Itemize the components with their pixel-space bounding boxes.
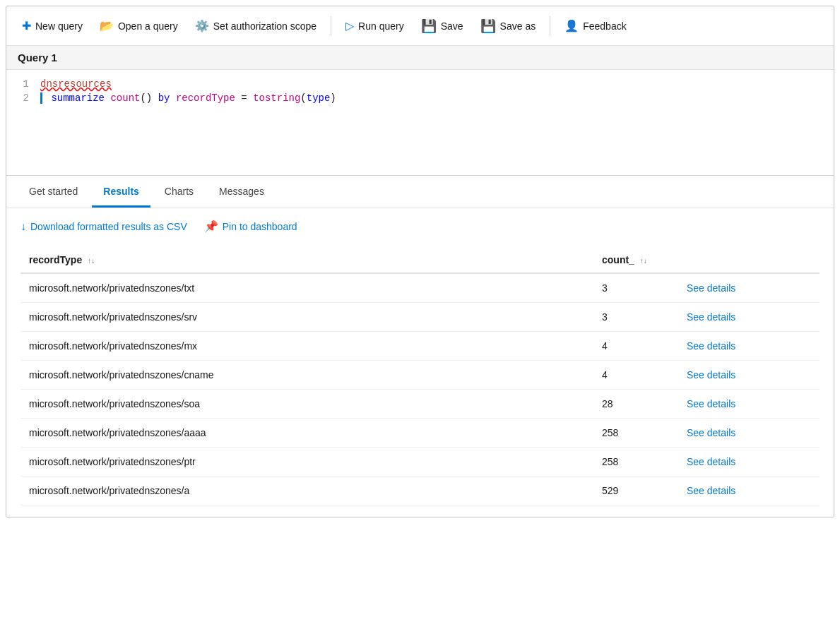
eq: = <box>241 92 253 104</box>
pin-dashboard-link[interactable]: 📌 Pin to dashboard <box>204 220 297 233</box>
table-row: microsoft.network/privatednszones/txt3Se… <box>20 273 820 303</box>
sort-arrows-recordtype: ↑↓ <box>88 257 95 265</box>
save-button[interactable]: 💾 Save <box>414 14 471 38</box>
cell-count: 4 <box>593 332 678 361</box>
results-area: ↓ Download formatted results as CSV 📌 Pi… <box>6 208 834 517</box>
action-bar: ↓ Download formatted results as CSV 📌 Pi… <box>20 220 820 233</box>
feedback-button[interactable]: 👤 Feedback <box>557 15 633 37</box>
query-title: Query 1 <box>18 52 57 64</box>
save-as-icon: 💾 <box>480 18 496 34</box>
run-query-label: Run query <box>358 20 404 32</box>
save-label: Save <box>441 20 463 32</box>
see-details-link[interactable]: See details <box>687 369 735 381</box>
kw-by: by <box>158 92 170 104</box>
see-details-link[interactable]: See details <box>687 456 735 467</box>
save-as-button[interactable]: 💾 Save as <box>473 14 543 38</box>
download-csv-link[interactable]: ↓ Download formatted results as CSV <box>20 220 187 233</box>
kw-summarize: summarize <box>51 92 105 104</box>
col-header-count[interactable]: count_ ↑↓ <box>593 247 678 273</box>
tab-charts[interactable]: Charts <box>153 176 205 208</box>
cell-recordtype: microsoft.network/privatednszones/a <box>20 477 593 505</box>
see-details-link[interactable]: See details <box>687 282 735 294</box>
folder-icon: 📂 <box>100 19 114 32</box>
code-token-dnsresources: dnsresources <box>40 78 112 90</box>
see-details-link[interactable]: See details <box>687 311 735 323</box>
table-row: microsoft.network/privatednszones/cname4… <box>20 361 820 390</box>
plus-icon: ✚ <box>22 19 31 32</box>
editor-line-2: 2 summarize count() by recordType = tost… <box>6 91 834 105</box>
table-body: microsoft.network/privatednszones/txt3Se… <box>20 273 820 505</box>
line-number-1: 1 <box>6 78 40 90</box>
toolbar: ✚ New query 📂 Open a query ⚙️ Set author… <box>6 6 834 46</box>
pin-icon: 📌 <box>204 220 218 233</box>
table-row: microsoft.network/privatednszones/soa28S… <box>20 390 820 419</box>
kw-tostring: tostring <box>253 92 300 104</box>
set-auth-button[interactable]: ⚙️ Set authorization scope <box>188 15 324 37</box>
parens: () <box>140 92 152 104</box>
cell-details: See details <box>678 448 820 477</box>
run-icon: ▷ <box>345 19 354 32</box>
cell-recordtype: microsoft.network/privatednszones/srv <box>20 303 593 332</box>
tabs-bar: Get started Results Charts Messages <box>6 176 834 208</box>
cell-recordtype: microsoft.network/privatednszones/cname <box>20 361 593 390</box>
cell-count: 4 <box>593 361 678 390</box>
table-row: microsoft.network/privatednszones/srv3Se… <box>20 303 820 332</box>
cell-details: See details <box>678 303 820 332</box>
tab-results[interactable]: Results <box>92 176 150 208</box>
run-query-button[interactable]: ▷ Run query <box>338 15 411 37</box>
cell-count: 258 <box>593 448 678 477</box>
cursor-bar <box>40 92 42 104</box>
save-as-label: Save as <box>500 20 536 32</box>
cell-details: See details <box>678 361 820 390</box>
line-content-2: summarize count() by recordType = tostri… <box>40 92 834 104</box>
see-details-link[interactable]: See details <box>687 398 735 409</box>
download-icon: ↓ <box>20 220 26 233</box>
feedback-icon: 👤 <box>564 19 579 32</box>
query-title-bar: Query 1 <box>6 46 834 70</box>
cell-count: 258 <box>593 419 678 448</box>
cell-recordtype: microsoft.network/privatednszones/ptr <box>20 448 593 477</box>
results-table: recordType ↑↓ count_ ↑↓ microsoft.networ… <box>20 247 820 505</box>
cell-recordtype: microsoft.network/privatednszones/mx <box>20 332 593 361</box>
set-auth-label: Set authorization scope <box>213 20 317 32</box>
open-query-button[interactable]: 📂 Open a query <box>93 15 185 37</box>
tab-get-started[interactable]: Get started <box>18 176 89 208</box>
editor-area[interactable]: 1 dnsresources 2 summarize count() by re… <box>6 70 834 176</box>
header-row: recordType ↑↓ count_ ↑↓ <box>20 247 820 273</box>
kw-type: type <box>307 92 331 104</box>
table-header: recordType ↑↓ count_ ↑↓ <box>20 247 820 273</box>
cell-count: 3 <box>593 303 678 332</box>
tab-charts-label: Charts <box>165 186 194 197</box>
sort-arrows-count: ↑↓ <box>640 257 647 265</box>
new-query-button[interactable]: ✚ New query <box>15 15 90 37</box>
see-details-link[interactable]: See details <box>687 427 735 438</box>
cell-details: See details <box>678 419 820 448</box>
see-details-link[interactable]: See details <box>687 485 735 496</box>
paren-open: ( <box>300 92 306 104</box>
main-container: ✚ New query 📂 Open a query ⚙️ Set author… <box>6 6 834 517</box>
cell-details: See details <box>678 332 820 361</box>
save-icon: 💾 <box>421 18 437 34</box>
cell-count: 529 <box>593 477 678 505</box>
cell-count: 3 <box>593 273 678 303</box>
cell-recordtype: microsoft.network/privatednszones/soa <box>20 390 593 419</box>
see-details-link[interactable]: See details <box>687 340 735 352</box>
paren-close: ) <box>330 92 336 104</box>
table-row: microsoft.network/privatednszones/ptr258… <box>20 448 820 477</box>
separator-2 <box>550 16 550 36</box>
tab-messages[interactable]: Messages <box>208 176 276 208</box>
pin-dashboard-label: Pin to dashboard <box>223 221 297 232</box>
new-query-label: New query <box>35 20 83 32</box>
kw-recordtype: recordType <box>176 92 235 104</box>
line-number-2: 2 <box>6 92 40 104</box>
editor-line-1: 1 dnsresources <box>6 77 834 91</box>
cell-details: See details <box>678 273 820 303</box>
col-header-details <box>678 247 820 273</box>
tab-messages-label: Messages <box>219 186 264 197</box>
line-content-1: dnsresources <box>40 78 834 90</box>
separator-1 <box>331 16 331 36</box>
cell-recordtype: microsoft.network/privatednszones/aaaa <box>20 419 593 448</box>
col-header-recordtype[interactable]: recordType ↑↓ <box>20 247 593 273</box>
download-csv-label: Download formatted results as CSV <box>30 221 187 232</box>
cell-details: See details <box>678 390 820 419</box>
